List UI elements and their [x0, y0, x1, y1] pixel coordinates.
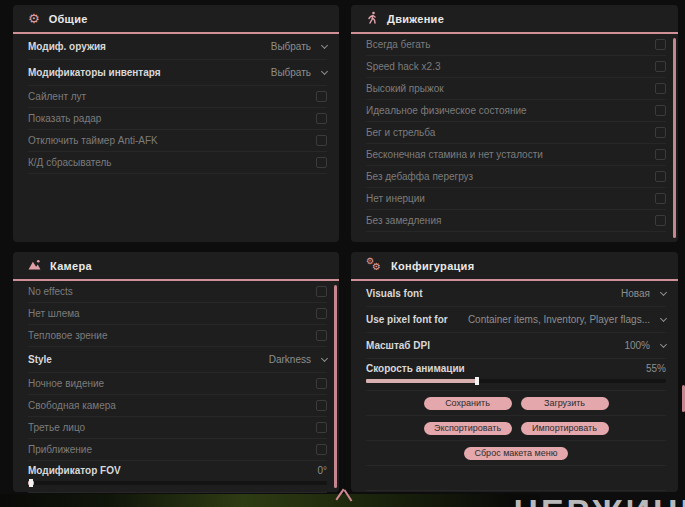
setting-label: К/Д сбрасыватель	[28, 157, 111, 168]
setting-label: Без замедления	[366, 215, 441, 226]
dropdown-pixel-font-scope[interactable]: Container items, Inventory, Player flags…	[468, 314, 666, 325]
slider-value: 0°	[317, 465, 327, 476]
save-button[interactable]: Сохранить	[424, 397, 512, 410]
setting-label: Use pixel font for	[366, 314, 448, 325]
panel-config-header[interactable]: ⚙ ⚙ Конфигурация	[351, 252, 678, 281]
export-button[interactable]: Экспортировать	[424, 422, 512, 435]
checkbox-thermal-vision[interactable]	[316, 330, 327, 341]
dropdown-style[interactable]: Darkness	[269, 354, 327, 365]
setting-label: Показать радар	[28, 113, 101, 124]
setting-row: Ночное видение	[28, 373, 327, 395]
setting-label: Отключить таймер Anti-AFK	[28, 135, 158, 146]
setting-label: Всегда бегать	[366, 39, 430, 50]
checkbox-third-person[interactable]	[316, 422, 327, 433]
slider-fov[interactable]	[28, 481, 327, 485]
setting-row: Speed hack x2.3	[366, 56, 666, 78]
checkbox-disable-antiafk-timer[interactable]	[316, 135, 327, 146]
setting-row: Модиф. оружия Выбрать	[28, 34, 327, 60]
import-button[interactable]: Импортировать	[521, 422, 609, 435]
panel-camera-rows: No effects Нет шлема Тепловое зрение Sty…	[13, 281, 339, 493]
setting-row: Модификаторы инвентаря Выбрать	[28, 60, 327, 86]
setting-row: Высокий прыжок	[366, 78, 666, 100]
setting-label: Бесконечная стамина и нет усталости	[366, 149, 543, 160]
setting-label: Нет инерции	[366, 193, 425, 204]
setting-row: Модификатор FOV 0°	[28, 461, 327, 493]
setting-label: Третье лицо	[28, 422, 85, 433]
setting-row: Бесконечная стамина и нет усталости	[366, 144, 666, 166]
checkbox-zoom[interactable]	[316, 444, 327, 455]
dropdown-dpi-scale[interactable]: 100%	[624, 340, 666, 351]
dropdown-value: Новая	[621, 288, 650, 299]
setting-row: Бег и стрельба	[366, 122, 666, 144]
panel-title: Общие	[49, 13, 88, 25]
chevron-down-icon	[660, 315, 667, 322]
panel-config-rows: Visuals font Новая Use pixel font for Co…	[351, 281, 678, 491]
checkbox-cooldown-resetter[interactable]	[316, 157, 327, 168]
checkbox-silent-loot[interactable]	[316, 91, 327, 102]
image-icon	[28, 259, 41, 272]
button-row: Сохранить Загрузить	[366, 391, 666, 416]
dropdown-inventory-mods[interactable]: Выбрать	[271, 67, 327, 78]
setting-label: Масштаб DPI	[366, 340, 430, 351]
setting-label: Бег и стрельба	[366, 127, 435, 138]
checkbox-no-helmet[interactable]	[316, 308, 327, 319]
dropdown-value: Darkness	[269, 354, 311, 365]
gears-icon: ⚙ ⚙	[366, 258, 382, 273]
setting-label: Visuals font	[366, 288, 423, 299]
load-button[interactable]: Загрузить	[521, 397, 609, 410]
checkbox-no-overload-debuff[interactable]	[655, 171, 666, 182]
setting-row: Приближение	[28, 439, 327, 461]
checkbox-perfect-condition[interactable]	[655, 105, 666, 116]
setting-row: Нет инерции	[366, 188, 666, 210]
movement-scrollbar[interactable]	[673, 38, 676, 238]
panel-general-rows: Модиф. оружия Выбрать Модификаторы инвен…	[13, 34, 339, 174]
setting-label: Идеальное физическое состояние	[366, 105, 527, 116]
slider-handle[interactable]	[29, 479, 33, 487]
panel-movement: Движение Всегда бегать Speed hack x2.3 В…	[351, 5, 678, 242]
setting-row: Отключить таймер Anti-AFK	[28, 130, 327, 152]
setting-label: Модификаторы инвентаря	[28, 67, 161, 78]
panel-camera-header[interactable]: Камера	[13, 252, 339, 281]
setting-label: Нет шлема	[28, 308, 80, 319]
setting-label: Ночное видение	[28, 378, 104, 389]
reset-menu-layout-button[interactable]: Сброс макета меню	[464, 447, 567, 460]
checkbox-run-and-shoot[interactable]	[655, 127, 666, 138]
dropdown-value: Выбрать	[271, 67, 311, 78]
setting-row: Style Darkness	[28, 347, 327, 373]
panel-movement-header[interactable]: Движение	[351, 5, 678, 34]
panel-title: Камера	[50, 260, 92, 272]
mod-menu-screen: ЧЕРЖИНЕ ⚙ Общие Модиф. оружия Выбрать Мо…	[0, 0, 685, 507]
camera-scrollbar[interactable]	[334, 285, 337, 488]
setting-row: Показать радар	[28, 108, 327, 130]
checkbox-no-slowdown[interactable]	[655, 215, 666, 226]
checkbox-night-vision[interactable]	[316, 378, 327, 389]
checkbox-show-radar[interactable]	[316, 113, 327, 124]
dropdown-weapon-mods[interactable]: Выбрать	[271, 41, 327, 52]
chevron-down-icon	[321, 42, 328, 49]
setting-row: Сайлент лут	[28, 86, 327, 108]
dropdown-visuals-font[interactable]: Новая	[621, 288, 666, 299]
setting-label: Speed hack x2.3	[366, 61, 441, 72]
panel-movement-rows: Всегда бегать Speed hack x2.3 Высокий пр…	[351, 34, 678, 232]
checkbox-no-effects[interactable]	[316, 286, 327, 297]
checkbox-no-inertia[interactable]	[655, 193, 666, 204]
checkbox-always-run[interactable]	[655, 39, 666, 50]
setting-label: No effects	[28, 286, 73, 297]
checkbox-high-jump[interactable]	[655, 83, 666, 94]
chevron-down-icon	[321, 355, 328, 362]
setting-label: Свободная камера	[28, 400, 116, 411]
slider-animation-speed[interactable]	[366, 379, 666, 383]
setting-row: Свободная камера	[28, 395, 327, 417]
checkbox-free-camera[interactable]	[316, 400, 327, 411]
setting-label: Сайлент лут	[28, 91, 86, 102]
slider-handle[interactable]	[475, 377, 479, 385]
setting-label: Приближение	[28, 444, 92, 455]
gear-icon: ⚙	[28, 12, 40, 25]
panel-general-header[interactable]: ⚙ Общие	[13, 5, 339, 34]
button-row: Сброс макета меню	[366, 441, 666, 466]
checkbox-speed-hack[interactable]	[655, 61, 666, 72]
checkbox-infinite-stamina[interactable]	[655, 149, 666, 160]
setting-row: К/Д сбрасыватель	[28, 152, 327, 174]
setting-row: Скорость анимации 55%	[366, 359, 666, 391]
setting-label: Высокий прыжок	[366, 83, 444, 94]
